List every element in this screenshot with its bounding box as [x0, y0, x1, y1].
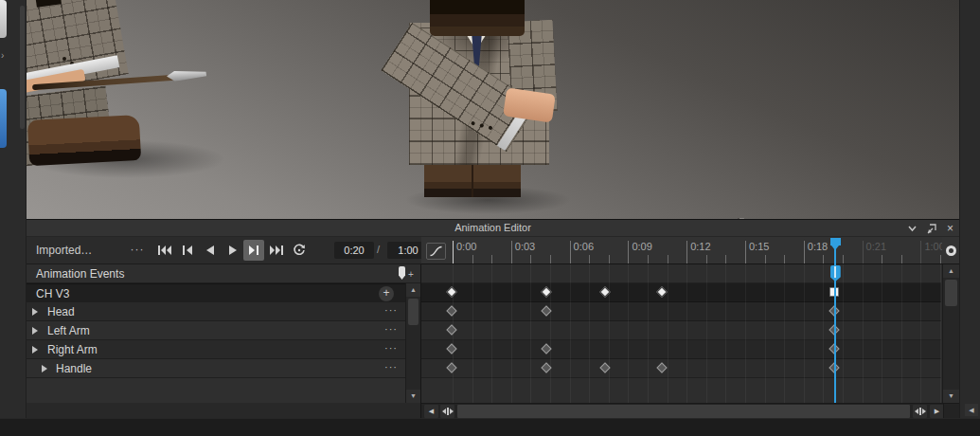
timeline-ruler[interactable]: 0:000:030:060:090:120:150:180:211:00 [421, 237, 942, 264]
ruler-tick-major [570, 241, 571, 263]
ruler-label: 0:15 [749, 241, 769, 252]
animation-editor-panel: Animation Editor × Imported… ··· [27, 219, 959, 418]
left-character-boot[interactable] [27, 115, 141, 166]
ruler-label: 0:06 [574, 241, 594, 252]
event-marker-pin-icon[interactable] [399, 266, 405, 280]
dope-sheet-row[interactable] [421, 359, 941, 378]
dope-sheet-row[interactable] [421, 283, 941, 302]
right-dock-strip: ◀ [959, 0, 980, 418]
ruler-tick-minor [882, 255, 882, 263]
timeline-settings-gear-icon[interactable] [942, 237, 959, 264]
scroll-up-icon[interactable]: ▲ [406, 283, 420, 297]
animation-name-dropdown[interactable]: Imported… [36, 244, 92, 257]
track-list-scrollbar[interactable]: ▲ ▼ [405, 283, 420, 403]
expand-caret-icon[interactable] [32, 346, 38, 354]
scroll-left-icon[interactable]: ◀ [965, 404, 978, 416]
track-list-empty-area [27, 378, 405, 403]
left-character-sleeve-buttons [62, 57, 66, 61]
scroll-left-icon[interactable]: ◀ [424, 405, 438, 418]
scrollbar-thumb[interactable] [945, 280, 957, 306]
track-menu-button[interactable]: ··· [384, 361, 398, 372]
ruler-label: 0:18 [808, 241, 828, 252]
skip-to-end-button[interactable] [266, 240, 287, 261]
scroll-up-icon[interactable]: ▲ [943, 264, 959, 278]
panel-titlebar[interactable]: Animation Editor × [27, 220, 959, 237]
track-row-ch-v3[interactable]: CH V3+ [27, 283, 405, 302]
scroll-down-icon[interactable]: ▼ [943, 390, 959, 403]
expand-caret-icon[interactable] [42, 365, 47, 372]
ruler-tick-minor [784, 255, 785, 263]
dope-sheet[interactable] [420, 264, 941, 378]
scrollbar-thumb[interactable] [408, 299, 419, 325]
track-row-left-arm[interactable]: Left Arm··· [27, 321, 405, 340]
track-label: Handle [56, 362, 92, 375]
dock-window-icon[interactable] [924, 222, 938, 235]
track-row-handle[interactable]: Handle··· [27, 359, 405, 378]
track-menu-button[interactable]: ··· [384, 304, 398, 316]
zoom-handle-right[interactable] [913, 405, 927, 418]
dope-sheet-row[interactable] [421, 340, 941, 359]
loop-toggle-button[interactable] [289, 240, 310, 261]
previous-keyframe-button[interactable] [177, 240, 198, 261]
easing-curve-button[interactable] [426, 243, 446, 260]
ruler-tick-major [863, 241, 864, 263]
ruler-tick-minor [765, 255, 766, 263]
current-time-input[interactable]: 0:20 [334, 242, 374, 259]
toolbar-overflow-menu[interactable]: ··· [127, 241, 148, 260]
ruler-tick-minor [550, 255, 551, 263]
track-label: Head [47, 305, 75, 318]
track-row-animation-events[interactable]: Animation Events+ [27, 264, 420, 283]
ruler-label: 0:21 [866, 241, 886, 252]
track-label: CH V3 [36, 287, 69, 300]
track-menu-button[interactable]: ··· [384, 342, 398, 354]
play-button[interactable] [223, 240, 243, 261]
zoom-handle-left[interactable] [440, 405, 454, 418]
scrollbar-thumb[interactable] [457, 405, 910, 418]
close-icon[interactable]: × [943, 222, 957, 235]
ruler-label: 0:09 [632, 241, 651, 252]
chevron-right-icon[interactable]: › [1, 50, 12, 62]
animation-toolbar: Imported… ··· 0:20 [27, 237, 421, 264]
dock-scrollbar[interactable] [20, 6, 25, 129]
scroll-down-icon[interactable]: ▼ [406, 390, 420, 403]
track-label: Left Arm [47, 324, 90, 337]
add-track-button[interactable]: + [379, 286, 394, 301]
track-row-head[interactable]: Head··· [27, 302, 405, 321]
ruler-tick-minor [940, 255, 941, 263]
dope-sheet-row[interactable] [421, 321, 941, 340]
next-keyframe-button[interactable] [243, 240, 264, 261]
center-character-head-beard[interactable] [430, 0, 525, 36]
dope-sheet-row[interactable] [421, 264, 941, 283]
ruler-tick-minor [843, 255, 844, 263]
3d-viewport[interactable] [27, 0, 959, 219]
ruler-tick-minor [668, 255, 668, 263]
ruler-tick-minor [491, 255, 492, 263]
dope-sheet-scrollbar[interactable]: ▲ ▼ [942, 264, 959, 403]
track-row-right-arm[interactable]: Right Arm··· [27, 340, 405, 359]
play-reverse-button[interactable] [200, 240, 221, 261]
expand-caret-icon[interactable] [32, 308, 38, 316]
dope-sheet-row[interactable] [421, 302, 941, 321]
status-bar [0, 418, 980, 436]
ruler-tick-major [511, 241, 512, 263]
ruler-label: 0:03 [515, 241, 535, 252]
scrollbar-corner [943, 404, 959, 418]
expand-caret-icon[interactable] [32, 327, 38, 335]
dock-tab-blue[interactable] [0, 89, 7, 148]
raised-arm-buttons [488, 125, 493, 131]
ruler-tick-minor [472, 255, 473, 263]
ruler-tick-minor [725, 255, 726, 263]
dock-tab-light[interactable] [0, 0, 7, 38]
chevron-down-icon[interactable] [905, 222, 919, 235]
timeline-horizontal-scrollbar[interactable]: ◀ ▶ [420, 403, 959, 418]
ruler-tick-major [745, 241, 746, 263]
skip-to-start-button[interactable] [154, 240, 175, 261]
add-event-icon[interactable]: + [408, 269, 414, 280]
track-menu-button[interactable]: ··· [384, 323, 398, 335]
ruler-tick-major [453, 241, 454, 263]
ruler-tick-minor [589, 255, 590, 263]
scroll-right-icon[interactable]: ▶ [930, 405, 944, 418]
ruler-label: 0:12 [690, 241, 710, 252]
panel-title: Animation Editor [27, 222, 959, 233]
ruler-tick-minor [609, 255, 610, 263]
